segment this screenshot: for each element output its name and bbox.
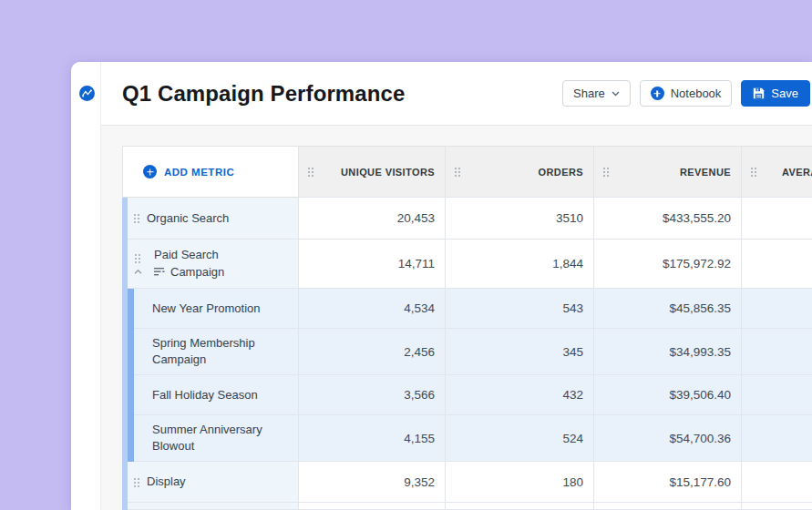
cell-value: 524 xyxy=(562,432,583,445)
cell-unique-visitors[interactable]: 4,155 xyxy=(299,415,446,462)
metrics-table: ADD METRIC UNIQUE VISITORS ORDERS REVENU… xyxy=(122,146,812,510)
cell-value: 20,453 xyxy=(397,211,435,225)
row-label-cell[interactable]: New Year Promotion xyxy=(122,289,299,329)
column-label: ORDERS xyxy=(539,167,583,178)
cell-unique-visitors[interactable]: 9,352 xyxy=(299,462,446,503)
drag-handle-icon[interactable] xyxy=(750,167,757,177)
cell-average[interactable] xyxy=(742,240,812,289)
cell-orders[interactable]: 543 xyxy=(446,289,594,329)
cell-value: 4,534 xyxy=(404,301,435,315)
column-header-revenue[interactable]: REVENUE xyxy=(594,146,742,198)
row-label-cell[interactable]: Organic Search xyxy=(122,198,299,240)
column-header-average[interactable]: AVERAG xyxy=(742,146,812,198)
hierarchy-icon xyxy=(154,268,165,276)
cell-orders[interactable]: 524 xyxy=(446,415,594,462)
collapse-chevron-up-icon[interactable] xyxy=(134,270,142,274)
add-metric-button[interactable]: ADD METRIC xyxy=(122,146,299,198)
cell-average[interactable] xyxy=(742,329,812,375)
drag-handle-icon[interactable] xyxy=(134,253,141,263)
row-label-cell[interactable]: Summer Anniversary Blowout xyxy=(122,415,299,462)
cell-revenue[interactable] xyxy=(594,503,742,510)
row-label: Spring Membership Campaign xyxy=(152,335,269,367)
cell-value: $45,856.35 xyxy=(669,301,731,315)
drag-handle-icon[interactable] xyxy=(307,167,314,177)
drag-handle-icon[interactable] xyxy=(454,167,461,177)
cell-unique-visitors[interactable]: 3,566 xyxy=(299,375,446,415)
drag-handle-icon[interactable] xyxy=(602,167,610,177)
table-row: Paid Search Campaign xyxy=(122,240,812,289)
cell-unique-visitors[interactable]: 20,453 xyxy=(299,198,446,240)
cell-orders[interactable]: 180 xyxy=(446,462,594,503)
cell-orders[interactable]: 1,844 xyxy=(446,240,594,289)
row-label-cell[interactable]: Display xyxy=(122,462,299,503)
chevron-down-icon xyxy=(612,91,620,97)
cell-unique-visitors[interactable]: 2,456 xyxy=(299,329,446,375)
row-label-cell[interactable] xyxy=(122,503,299,510)
cell-revenue[interactable]: $45,856.35 xyxy=(594,289,742,329)
row-label: Display xyxy=(147,474,186,490)
toolbar-actions: Share Notebook xyxy=(562,80,810,107)
plus-circle-icon xyxy=(143,165,157,178)
cell-value: 1,844 xyxy=(552,257,583,270)
table-row: Spring Membership Campaign 2,456 345 $34… xyxy=(122,329,812,375)
page-title: Q1 Campaign Performance xyxy=(122,81,405,107)
cell-value: $15,177.60 xyxy=(669,475,731,489)
table-row: Display 9,352 180 $15,177.60 xyxy=(122,462,812,503)
cell-value: 4,155 xyxy=(404,432,435,445)
table-row: Organic Search 20,453 3510 $433,555.20 xyxy=(122,198,812,240)
row-label-cell[interactable]: Spring Membership Campaign xyxy=(122,329,299,375)
cell-value: 14,711 xyxy=(398,257,435,270)
cell-value: 180 xyxy=(562,475,583,489)
cell-orders[interactable]: 3510 xyxy=(446,198,594,240)
app-card: Q1 Campaign Performance Share Notebook xyxy=(71,62,812,510)
cell-average[interactable] xyxy=(742,289,812,329)
drag-handle-icon[interactable] xyxy=(133,213,140,223)
row-label-cell[interactable]: Paid Search Campaign xyxy=(122,240,299,289)
notebook-button[interactable]: Notebook xyxy=(640,80,733,107)
row-label: Fall Holiday Season xyxy=(152,387,258,403)
notebook-button-label: Notebook xyxy=(671,87,722,100)
column-label: REVENUE xyxy=(680,167,731,178)
table-header-row: ADD METRIC UNIQUE VISITORS ORDERS REVENU… xyxy=(122,146,812,198)
row-label: Organic Search xyxy=(147,210,229,227)
cell-value: 3,566 xyxy=(404,388,435,402)
left-rail xyxy=(71,62,101,510)
cell-average[interactable] xyxy=(742,415,812,462)
row-label: New Year Promotion xyxy=(152,301,261,317)
share-button[interactable]: Share xyxy=(562,80,631,107)
cell-average[interactable] xyxy=(742,198,812,240)
title-bar: Q1 Campaign Performance Share Notebook xyxy=(101,62,812,126)
cell-value: $54,700.36 xyxy=(669,432,731,445)
cell-orders[interactable] xyxy=(446,503,594,510)
cell-revenue[interactable]: $15,177.60 xyxy=(594,462,742,503)
cell-unique-visitors[interactable]: 14,711 xyxy=(299,240,446,289)
app-logo-icon[interactable] xyxy=(79,86,95,101)
cell-orders[interactable]: 432 xyxy=(446,375,594,415)
save-button[interactable]: Save xyxy=(741,80,810,107)
cell-value: 345 xyxy=(562,345,583,359)
cell-unique-visitors[interactable] xyxy=(299,503,446,510)
cell-value: 543 xyxy=(562,301,583,315)
save-button-label: Save xyxy=(771,87,798,100)
content-area: ADD METRIC UNIQUE VISITORS ORDERS REVENU… xyxy=(101,126,812,510)
drag-handle-icon[interactable] xyxy=(133,477,140,487)
column-header-orders[interactable]: ORDERS xyxy=(446,146,594,198)
cell-average[interactable] xyxy=(742,375,812,415)
table-row: New Year Promotion 4,534 543 $45,856.35 xyxy=(122,289,812,329)
cell-revenue[interactable]: $34,993.35 xyxy=(594,329,742,375)
share-button-label: Share xyxy=(573,87,605,100)
row-label-line2: Campaign xyxy=(170,264,224,280)
cell-average[interactable] xyxy=(742,503,812,510)
row-label-line1: Paid Search xyxy=(154,248,219,261)
column-header-unique-visitors[interactable]: UNIQUE VISITORS xyxy=(299,146,446,198)
cell-unique-visitors[interactable]: 4,534 xyxy=(299,289,446,329)
row-label-cell[interactable]: Fall Holiday Season xyxy=(122,375,299,415)
cell-revenue[interactable]: $175,972.92 xyxy=(594,240,742,289)
cell-orders[interactable]: 345 xyxy=(446,329,594,375)
cell-revenue[interactable]: $433,555.20 xyxy=(594,198,742,240)
cell-average[interactable] xyxy=(742,462,812,503)
cell-value: $433,555.20 xyxy=(663,211,731,225)
cell-revenue[interactable]: $39,506.40 xyxy=(594,375,742,415)
cell-revenue[interactable]: $54,700.36 xyxy=(594,415,742,462)
row-label: Summer Anniversary Blowout xyxy=(152,422,269,454)
